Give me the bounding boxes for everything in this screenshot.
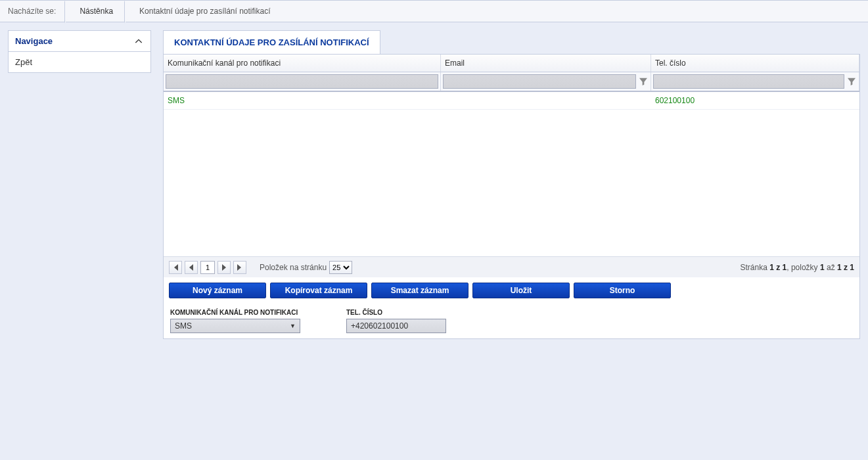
grid-filter-cell-tel: [651, 72, 859, 91]
pager-info: Stránka 1 z 1, položky 1 až 1 z 1: [741, 263, 854, 272]
chevron-down-icon: ▼: [290, 323, 296, 329]
copy-record-button[interactable]: Kopírovat záznam: [270, 283, 367, 298]
sidebar: Navigace Zpět: [8, 30, 151, 339]
filter-icon[interactable]: [638, 76, 649, 87]
breadcrumb-item-nastenka[interactable]: Nástěnka: [65, 1, 125, 22]
new-record-button[interactable]: Nový záznam: [169, 283, 266, 298]
grid-filter-cell-channel: [164, 72, 441, 91]
chevron-up-icon: [133, 36, 144, 47]
tel-input-value: +420602100100: [351, 321, 408, 331]
grid-filter-input-email[interactable]: [443, 74, 636, 89]
grid-filter-cell-email: [441, 72, 651, 91]
cell-email: [441, 92, 651, 109]
prev-page-icon: [189, 264, 194, 271]
delete-record-button[interactable]: Smazat záznam: [371, 283, 468, 298]
tab-notifications[interactable]: KONTAKTNÍ ÚDAJE PRO ZASÍLÁNÍ NOTIFIKACÍ: [163, 30, 380, 54]
cell-tel: 602100100: [651, 92, 859, 109]
pager: Položek na stránku 25 Stránka 1 z 1, pol…: [164, 256, 859, 277]
breadcrumb: Nacházíte se: Nástěnka Kontaktní údaje p…: [0, 0, 868, 22]
grid-filter-row: [164, 72, 859, 92]
grid-header-tel[interactable]: Tel. číslo: [651, 55, 859, 72]
grid-header-channel[interactable]: Komunikační kanál pro notifikaci: [164, 55, 441, 72]
form-label-channel: KOMUNIKAČNÍ KANÁL PRO NOTIFIKACI: [170, 309, 300, 316]
pager-first-button[interactable]: [169, 261, 182, 274]
nav-panel: Navigace Zpět: [8, 30, 151, 73]
save-button[interactable]: Uložit: [472, 283, 570, 298]
cell-channel: SMS: [164, 92, 441, 109]
first-page-icon: [172, 264, 179, 271]
breadcrumb-label: Nacházíte se:: [8, 1, 65, 22]
grid-body: SMS 602100100: [164, 92, 859, 256]
form-label-tel: TEL. ČÍSLO: [346, 309, 446, 316]
pager-page-input[interactable]: [200, 261, 215, 274]
next-page-icon: [221, 264, 227, 271]
pager-per-page-label: Položek na stránku: [260, 263, 327, 272]
form-group-tel: TEL. ČÍSLO +420602100100: [346, 309, 446, 333]
nav-panel-header[interactable]: Navigace: [9, 31, 150, 52]
filter-icon[interactable]: [846, 76, 857, 87]
grid-header-email[interactable]: Email: [441, 55, 651, 72]
grid-filter-input-tel[interactable]: [653, 74, 844, 89]
content-panel: Komunikační kanál pro notifikaci Email T…: [163, 54, 860, 339]
grid-header-row: Komunikační kanál pro notifikaci Email T…: [164, 55, 859, 72]
channel-select[interactable]: SMS ▼: [170, 319, 300, 333]
pager-next-button[interactable]: [217, 261, 231, 274]
form-group-channel: KOMUNIKAČNÍ KANÁL PRO NOTIFIKACI SMS ▼: [170, 309, 300, 333]
channel-select-value: SMS: [175, 321, 192, 331]
nav-panel-body: Zpět: [9, 52, 150, 72]
table-row[interactable]: SMS 602100100: [164, 92, 859, 110]
app-root: Nacházíte se: Nástěnka Kontaktní údaje p…: [0, 0, 868, 460]
pager-prev-button[interactable]: [185, 261, 198, 274]
breadcrumb-item-current: Kontaktní údaje pro zasílání notifikací: [125, 1, 282, 22]
edit-form: KOMUNIKAČNÍ KANÁL PRO NOTIFIKACI SMS ▼ T…: [164, 304, 859, 338]
last-page-icon: [237, 264, 243, 271]
cancel-button[interactable]: Storno: [574, 283, 671, 298]
nav-item-back[interactable]: Zpět: [9, 52, 150, 72]
pager-per-page-select[interactable]: 25: [329, 261, 352, 274]
action-bar: Nový záznam Kopírovat záznam Smazat zázn…: [164, 277, 859, 304]
tel-input[interactable]: +420602100100: [346, 319, 446, 333]
grid-filter-input-channel[interactable]: [166, 74, 438, 89]
main-area: KONTAKTNÍ ÚDAJE PRO ZASÍLÁNÍ NOTIFIKACÍ …: [163, 30, 860, 339]
nav-panel-title: Navigace: [15, 36, 53, 46]
tab-strip: KONTAKTNÍ ÚDAJE PRO ZASÍLÁNÍ NOTIFIKACÍ: [163, 30, 860, 54]
pager-last-button[interactable]: [233, 261, 246, 274]
